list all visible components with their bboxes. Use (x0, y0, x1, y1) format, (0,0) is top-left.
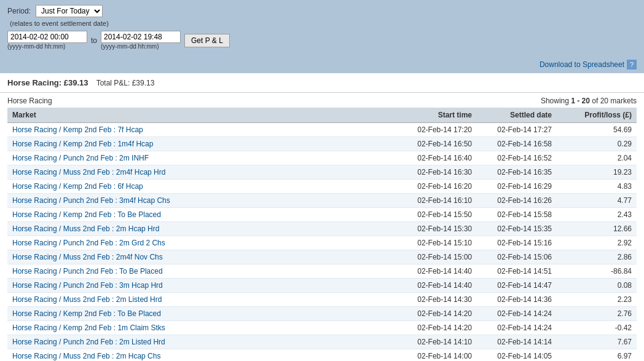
profit-cell: 4.83 (557, 180, 637, 194)
table-row: Horse Racing / Muss 2nd Feb : 2m Hcap Ch… (7, 349, 637, 362)
table-row: Horse Racing / Punch 2nd Feb : 3m Hcap H… (7, 279, 637, 293)
profit-cell: 7.67 (557, 335, 637, 349)
help-button[interactable]: ? (627, 60, 637, 69)
profit-cell: 2.23 (557, 293, 637, 307)
date-from-hint: (yyyy-mm-dd hh:mm) (7, 43, 87, 50)
table-row: Horse Racing / Punch 2nd Feb : 2m Grd 2 … (7, 236, 637, 250)
relates-text: (relates to event settlement date) (10, 20, 637, 27)
summary-title: Horse Racing: £39.13 (7, 78, 88, 87)
get-pl-button[interactable]: Get P & L (184, 34, 230, 47)
settled-date-cell: 02-Feb-14 15:35 (477, 222, 557, 236)
settled-date-cell: 02-Feb-14 14:24 (477, 321, 557, 335)
settled-date-cell: 02-Feb-14 14:14 (477, 335, 557, 349)
market-link[interactable]: Horse Racing / Kemp 2nd Feb : 1m Claim S… (12, 323, 165, 332)
market-link[interactable]: Horse Racing / Kemp 2nd Feb : 7f Hcap (12, 125, 143, 134)
table-row: Horse Racing / Muss 2nd Feb : 2m Hcap Hr… (7, 222, 637, 236)
profit-cell: 0.08 (557, 279, 637, 293)
table-row: Horse Racing / Muss 2nd Feb : 2m Listed … (7, 293, 637, 307)
profit-cell: 54.69 (557, 123, 637, 137)
settled-date-cell: 02-Feb-14 16:26 (477, 194, 557, 208)
table-row: Horse Racing / Muss 2nd Feb : 2m4f Nov C… (7, 250, 637, 264)
start-time-cell: 02-Feb-14 15:10 (397, 236, 477, 250)
start-time-cell: 02-Feb-14 16:30 (397, 165, 477, 180)
settled-date-cell: 02-Feb-14 14:24 (477, 307, 557, 321)
profit-cell: 2.43 (557, 208, 637, 222)
table-row: Horse Racing / Kemp 2nd Feb : 1m4f Hcap0… (7, 137, 637, 151)
start-time-cell: 02-Feb-14 17:20 (397, 123, 477, 137)
to-label: to (91, 36, 97, 45)
market-link[interactable]: Horse Racing / Punch 2nd Feb : 3m Hcap H… (12, 281, 163, 290)
start-time-cell: 02-Feb-14 14:30 (397, 293, 477, 307)
market-link[interactable]: Horse Racing / Kemp 2nd Feb : 1m4f Hcap (12, 140, 153, 148)
total-value: £39.13 (132, 79, 155, 87)
start-time-cell: 02-Feb-14 16:50 (397, 137, 477, 151)
profit-cell: 2.86 (557, 250, 637, 264)
market-link[interactable]: Horse Racing / Muss 2nd Feb : 2m4f Nov C… (12, 253, 163, 261)
profit-cell: 4.77 (557, 194, 637, 208)
period-select[interactable]: Just For Today Yesterday Last 7 Days Las… (36, 5, 103, 17)
col-settled-date: Settled date (477, 108, 557, 123)
market-link[interactable]: Horse Racing / Punch 2nd Feb : To Be Pla… (12, 267, 163, 276)
table-row: Horse Racing / Kemp 2nd Feb : 1m Claim S… (7, 321, 637, 335)
table-row: Horse Racing / Punch 2nd Feb : To Be Pla… (7, 264, 637, 279)
start-time-cell: 02-Feb-14 14:00 (397, 349, 477, 362)
profit-cell: 6.97 (557, 349, 637, 362)
table-row: Horse Racing / Punch 2nd Feb : 2m Listed… (7, 335, 637, 349)
settled-date-cell: 02-Feb-14 15:16 (477, 236, 557, 250)
settled-date-cell: 02-Feb-14 17:27 (477, 123, 557, 137)
market-link[interactable]: Horse Racing / Kemp 2nd Feb : 6f Hcap (12, 182, 143, 191)
profit-cell: 12.66 (557, 222, 637, 236)
profit-cell: 0.29 (557, 137, 637, 151)
market-link[interactable]: Horse Racing / Punch 2nd Feb : 2m INHF (12, 154, 149, 162)
table-row: Horse Racing / Kemp 2nd Feb : 6f Hcap02-… (7, 180, 637, 194)
start-time-cell: 02-Feb-14 16:20 (397, 180, 477, 194)
start-time-cell: 02-Feb-14 14:40 (397, 279, 477, 293)
start-time-cell: 02-Feb-14 14:20 (397, 307, 477, 321)
settled-date-cell: 02-Feb-14 15:58 (477, 208, 557, 222)
settled-date-cell: 02-Feb-14 14:51 (477, 264, 557, 279)
col-profit-loss: Profit/loss (£) (557, 108, 637, 123)
start-time-cell: 02-Feb-14 14:10 (397, 335, 477, 349)
period-label: Period: (7, 7, 31, 15)
start-time-cell: 02-Feb-14 16:40 (397, 151, 477, 165)
profit-cell: 2.04 (557, 151, 637, 165)
market-link[interactable]: Horse Racing / Muss 2nd Feb : 2m4f Hcap … (12, 168, 165, 177)
market-link[interactable]: Horse Racing / Kemp 2nd Feb : To Be Plac… (12, 309, 161, 318)
market-link[interactable]: Horse Racing / Kemp 2nd Feb : To Be Plac… (12, 210, 161, 219)
total-label: Total P&L: (96, 79, 130, 87)
date-to-hint: (yyyy-mm-dd hh:mm) (101, 43, 181, 50)
start-time-cell: 02-Feb-14 15:50 (397, 208, 477, 222)
col-start-time: Start time (397, 108, 477, 123)
table-row: Horse Racing / Kemp 2nd Feb : 7f Hcap02-… (7, 123, 637, 137)
settled-date-cell: 02-Feb-14 16:35 (477, 165, 557, 180)
market-link[interactable]: Horse Racing / Muss 2nd Feb : 2m Hcap Hr… (12, 224, 159, 233)
table-row: Horse Racing / Kemp 2nd Feb : To Be Plac… (7, 208, 637, 222)
table-row: Horse Racing / Punch 2nd Feb : 3m4f Hcap… (7, 194, 637, 208)
market-link[interactable]: Horse Racing / Muss 2nd Feb : 2m Listed … (12, 295, 162, 304)
start-time-cell: 02-Feb-14 14:40 (397, 264, 477, 279)
profit-cell: 19.23 (557, 165, 637, 180)
table-row: Horse Racing / Punch 2nd Feb : 2m INHF02… (7, 151, 637, 165)
profit-cell: -86.84 (557, 264, 637, 279)
market-link[interactable]: Horse Racing / Punch 2nd Feb : 2m Grd 2 … (12, 239, 165, 247)
market-link[interactable]: Horse Racing / Punch 2nd Feb : 3m4f Hcap… (12, 196, 170, 205)
showing-text: Showing 1 - 20 of 20 markets (541, 97, 637, 105)
settled-date-cell: 02-Feb-14 16:52 (477, 151, 557, 165)
date-from-input[interactable] (7, 31, 87, 43)
settled-date-cell: 02-Feb-14 15:06 (477, 250, 557, 264)
market-link[interactable]: Horse Racing / Punch 2nd Feb : 2m Listed… (12, 338, 165, 346)
category-label: Horse Racing (7, 97, 52, 105)
start-time-cell: 02-Feb-14 16:10 (397, 194, 477, 208)
profit-cell: 2.92 (557, 236, 637, 250)
settled-date-cell: 02-Feb-14 14:47 (477, 279, 557, 293)
settled-date-cell: 02-Feb-14 14:36 (477, 293, 557, 307)
table-row: Horse Racing / Kemp 2nd Feb : To Be Plac… (7, 307, 637, 321)
download-link[interactable]: Download to Spreadsheet (540, 60, 624, 69)
start-time-cell: 02-Feb-14 15:30 (397, 222, 477, 236)
profit-cell: 2.76 (557, 307, 637, 321)
date-to-input[interactable] (101, 31, 181, 43)
market-link[interactable]: Horse Racing / Muss 2nd Feb : 2m Hcap Ch… (12, 352, 160, 360)
settled-date-cell: 02-Feb-14 16:58 (477, 137, 557, 151)
start-time-cell: 02-Feb-14 15:00 (397, 250, 477, 264)
profit-cell: -0.42 (557, 321, 637, 335)
